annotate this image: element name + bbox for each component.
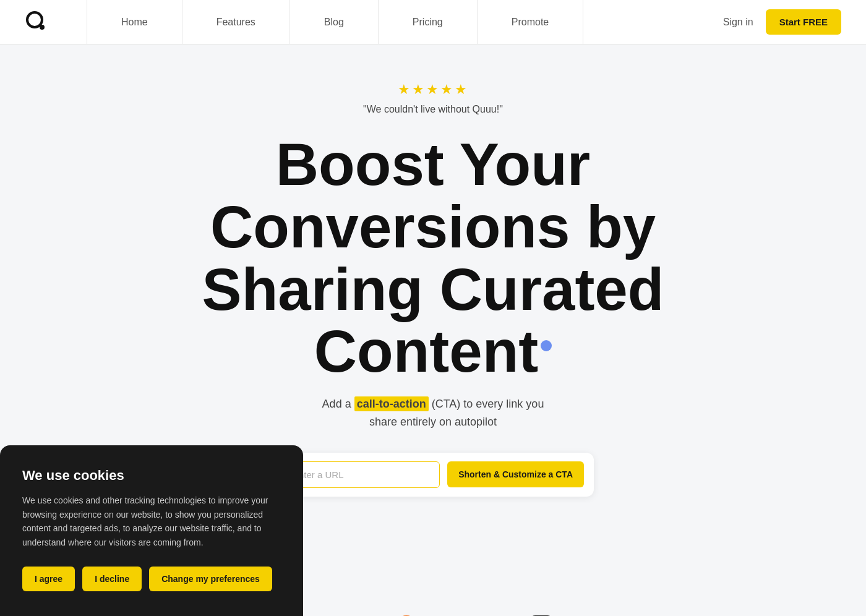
nav-links: Home Features Blog Pricing Promote (87, 0, 723, 45)
svg-point-1 (40, 25, 45, 30)
sign-in-link[interactable]: Sign in (723, 17, 753, 28)
svg-point-0 (27, 12, 42, 27)
start-free-button[interactable]: Start FREE (766, 9, 841, 35)
subtitle-prefix: Add a (322, 398, 354, 410)
cookie-agree-button[interactable]: I agree (22, 567, 75, 591)
nav-right: Sign in Start FREE (723, 9, 841, 35)
nav-promote[interactable]: Promote (478, 0, 583, 45)
cookie-preferences-button[interactable]: Change my preferences (149, 567, 272, 591)
cookie-banner: We use cookies We use cookies and other … (0, 445, 303, 616)
star-rating: ★★★★★ (398, 82, 469, 98)
hero-title: Boost Your Conversions by Sharing Curate… (93, 134, 773, 383)
nav-pricing[interactable]: Pricing (379, 0, 478, 45)
hero-title-line2: Sharing Curated Content (202, 256, 664, 385)
cookie-title: We use cookies (22, 468, 281, 484)
logo[interactable] (25, 10, 49, 35)
url-input[interactable] (282, 461, 440, 488)
nav-blog[interactable]: Blog (290, 0, 379, 45)
hero-title-line1: Boost Your Conversions by (210, 131, 656, 260)
shorten-button[interactable]: Shorten & Customize a CTA (447, 461, 584, 487)
testimonial-text: "We couldn't live without Quuu!" (363, 104, 503, 115)
cta-highlight: call-to-action (354, 396, 429, 411)
url-form: Shorten & Customize a CTA (272, 453, 594, 497)
nav-home[interactable]: Home (87, 0, 182, 45)
navbar: Home Features Blog Pricing Promote Sign … (0, 0, 866, 45)
cookie-buttons: I agree I decline Change my preferences (22, 567, 281, 591)
blue-dot-decoration (541, 340, 552, 351)
nav-features[interactable]: Features (182, 0, 290, 45)
cookie-decline-button[interactable]: I decline (82, 567, 142, 591)
cookie-body: We use cookies and other tracking techno… (22, 494, 281, 549)
hero-subtitle: Add a call-to-action (CTA) to every link… (322, 395, 544, 431)
